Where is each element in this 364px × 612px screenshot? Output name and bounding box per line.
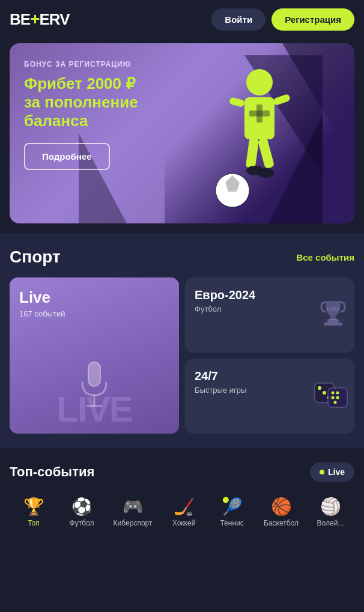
svg-point-11 (258, 168, 275, 178)
svg-rect-6 (229, 97, 245, 108)
microphone-icon (73, 359, 115, 416)
category-tab-football[interactable]: ⚽Футбол (58, 494, 106, 532)
svg-point-32 (332, 396, 335, 399)
svg-rect-22 (324, 323, 342, 326)
esports-tab-icon: 🎮 (123, 498, 144, 515)
basketball-tab-label: Баскетбол (264, 519, 299, 527)
sport-section-header: Спорт Все события (10, 247, 354, 267)
hockey-tab-icon: 🏒 (174, 498, 195, 515)
trophy-decoration: EURO (317, 296, 350, 335)
top-events-section: Топ-события Live 🏆Топ⚽Футбол🎮Киберспорт🏒… (0, 448, 364, 538)
svg-rect-5 (249, 111, 270, 117)
live-card-count: 167 событий (19, 309, 169, 318)
volleyball-tab-icon: 🏐 (320, 498, 341, 515)
hockey-tab-label: Хоккей (172, 519, 196, 527)
football-tab-label: Футбол (70, 519, 94, 527)
banner-section: БОНУС ЗА РЕГИСТРАЦИЮ Фрибет 2000 ₽ за по… (0, 43, 364, 223)
sport-section: Спорт Все события Live 167 событий LIVE (0, 233, 364, 448)
basketball-tab-icon: 🏀 (271, 498, 292, 515)
euro-card[interactable]: Евро-2024 Футбол EURO (185, 277, 354, 353)
svg-point-33 (336, 396, 339, 399)
top-tab-label: Топ (28, 519, 40, 527)
svg-point-34 (334, 401, 337, 404)
volleyball-tab-label: Волей... (317, 519, 344, 527)
category-tab-volleyball[interactable]: 🏐Волей... (306, 494, 354, 532)
register-button[interactable]: Регистрация (271, 8, 354, 31)
top-tab-icon: 🏆 (23, 498, 44, 515)
category-tab-basketball[interactable]: 🏀Баскетбол (256, 494, 306, 532)
fast-games-card[interactable]: 24/7 Быстрые игры (185, 359, 354, 434)
header: BE+ERV Войти Регистрация (0, 0, 364, 38)
svg-point-30 (332, 391, 335, 394)
category-tab-tennis[interactable]: 🎾Теннис (208, 494, 256, 532)
all-events-link[interactable]: Все события (296, 252, 354, 262)
tennis-tab-icon: 🎾 (222, 498, 243, 515)
esports-tab-label: Киберспорт (114, 519, 153, 527)
category-tab-esports[interactable]: 🎮Киберспорт (106, 494, 160, 532)
top-events-title: Топ-события (10, 464, 94, 480)
banner-content: БОНУС ЗА РЕГИСТРАЦИЮ Фрибет 2000 ₽ за по… (24, 60, 198, 170)
logo-text: BE+ERV (10, 10, 69, 29)
player-illustration (196, 55, 323, 223)
svg-text:EURO: EURO (326, 306, 340, 312)
login-button[interactable]: Войти (211, 8, 265, 31)
live-card[interactable]: Live 167 событий LIVE (10, 277, 179, 434)
category-tab-hockey[interactable]: 🏒Хоккей (160, 494, 208, 532)
top-events-header: Топ-события Live (10, 462, 354, 482)
tennis-tab-label: Теннис (220, 519, 243, 527)
live-badge[interactable]: Live (310, 462, 354, 482)
svg-rect-9 (258, 138, 275, 169)
category-tab-top[interactable]: 🏆Топ (10, 494, 58, 532)
dice-icon (314, 377, 350, 416)
live-badge-label: Live (328, 467, 345, 477)
svg-rect-8 (246, 138, 259, 169)
logo-plus: + (30, 10, 39, 28)
banner-subtitle: БОНУС ЗА РЕГИСТРАЦИЮ (24, 60, 198, 68)
svg-point-31 (336, 391, 339, 394)
header-buttons: Войти Регистрация (211, 8, 354, 31)
live-card-label: Live (19, 288, 169, 307)
details-button[interactable]: Подробнее (24, 143, 110, 170)
svg-point-27 (323, 391, 326, 395)
sport-cards-grid: Live 167 событий LIVE Евро-2024 Ф (10, 277, 354, 448)
sport-title: Спорт (10, 247, 61, 267)
banner-title: Фрибет 2000 ₽ за пополнение баланса (24, 74, 198, 131)
promo-banner[interactable]: БОНУС ЗА РЕГИСТРАЦИЮ Фрибет 2000 ₽ за по… (10, 43, 354, 223)
svg-point-26 (318, 386, 321, 390)
football-tab-icon: ⚽ (71, 498, 93, 515)
svg-rect-23 (330, 317, 336, 320)
svg-point-2 (246, 69, 273, 95)
live-indicator-dot (320, 470, 324, 474)
category-tabs: 🏆Топ⚽Футбол🎮Киберспорт🏒Хоккей🎾Теннис🏀Бас… (10, 494, 354, 538)
logo: BE+ERV (10, 10, 69, 29)
